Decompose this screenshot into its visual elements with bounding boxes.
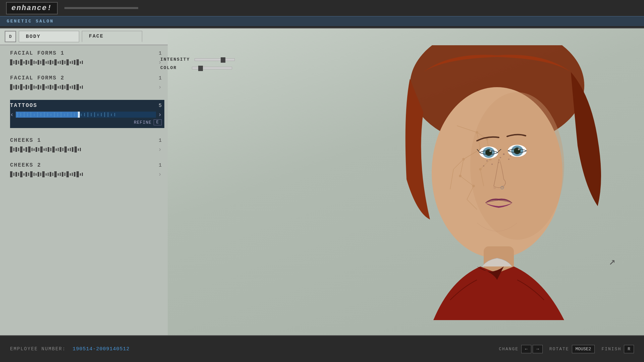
category-cheeks-1: CHEEKS 1 1 (10, 137, 164, 153)
svg-point-16 (476, 131, 478, 133)
svg-point-19 (459, 175, 461, 177)
logo-bar (64, 7, 138, 9)
active-slider[interactable] (16, 112, 156, 118)
category-header: CHEEKS 2 1 (10, 162, 164, 168)
category-number: 1 (159, 163, 162, 168)
tick-bar (10, 59, 156, 65)
logo-text: enhance! (11, 4, 52, 12)
svg-point-42 (493, 186, 496, 189)
next-arrow[interactable]: › (158, 146, 162, 153)
intensity-panel: INTENSITY COLOR (160, 57, 235, 74)
body-tab[interactable]: BODY (19, 31, 79, 42)
top-bar: enhance! GENETIC SALON (0, 0, 644, 28)
color-slider[interactable] (192, 67, 232, 69)
category-facial-forms-2: FACIAL FORMS 2 1 (10, 75, 164, 90)
slider-row: ‹ (10, 111, 164, 118)
color-thumb[interactable] (198, 66, 203, 71)
category-facial-forms-1: FACIAL FORMS 1 1 (10, 50, 164, 66)
svg-point-32 (510, 155, 511, 157)
svg-point-23 (479, 168, 481, 170)
tick-bar (10, 171, 156, 177)
category-header: FACIAL FORMS 2 1 (10, 75, 164, 81)
category-cheeks-2: CHEEKS 2 1 (10, 162, 164, 178)
change-label: CHANGE (499, 347, 519, 352)
category-header: FACIAL FORMS 1 1 (10, 50, 164, 56)
title-row: enhance! (0, 0, 644, 16)
category-name: CHEEKS 2 (10, 162, 41, 168)
category-number: 1 (159, 138, 162, 143)
refine-key: E (154, 119, 162, 125)
category-tattoos: TATTOOS 5 ‹ (10, 100, 164, 128)
category-name: TATTOOS (10, 103, 37, 109)
svg-point-28 (503, 154, 505, 155)
logo-box: enhance! (6, 2, 58, 14)
tick-bar (10, 146, 156, 153)
next-arrow[interactable]: › (158, 84, 162, 90)
refine-button[interactable]: REFINE E (134, 119, 162, 125)
employee-section: EMPLOYEE NUMBER: 190514-2009140512 (10, 346, 129, 352)
cursor-arrow: ↗ (609, 255, 615, 268)
slider-row: › (10, 146, 164, 153)
slider-row: › (10, 171, 164, 178)
intensity-row: INTENSITY (160, 57, 235, 62)
slider-fill (16, 112, 79, 118)
character-face-svg (383, 45, 611, 330)
character-preview: ↗ (168, 28, 644, 335)
slider-row: › (10, 84, 164, 90)
svg-point-29 (508, 159, 509, 160)
finish-label: FINISH (601, 347, 621, 352)
svg-point-21 (486, 138, 488, 140)
change-keys: ← → (521, 345, 543, 353)
category-number: 1 (159, 51, 162, 56)
slider-thumb (78, 112, 80, 118)
employee-label: EMPLOYEE NUMBER: (10, 346, 66, 352)
change-key-right[interactable]: → (533, 345, 543, 353)
rotate-action: ROTATE MOUSE2 (549, 345, 595, 353)
svg-point-30 (491, 164, 493, 165)
refine-row: REFINE E (10, 119, 164, 125)
intensity-label: INTENSITY (160, 57, 190, 62)
change-key-left[interactable]: ← (521, 345, 531, 353)
color-row: COLOR (160, 65, 235, 70)
bottom-bar: EMPLOYEE NUMBER: 190514-2009140512 CHANG… (0, 335, 644, 362)
next-arrow[interactable]: › (158, 111, 162, 118)
finish-action: FINISH R (601, 345, 634, 353)
category-name: CHEEKS 1 (10, 137, 41, 143)
subtitle-text: GENETIC SALON (7, 19, 54, 24)
tick-bar (10, 84, 156, 90)
face-tab[interactable]: FACE (82, 31, 142, 42)
slider-row: › (10, 59, 164, 66)
svg-point-18 (463, 158, 465, 160)
category-number: 1 (159, 75, 162, 81)
left-panel: FACIAL FORMS 1 1 (10, 50, 164, 335)
employee-number: 190514-2009140512 (72, 346, 129, 352)
intensity-thumb[interactable] (221, 57, 225, 63)
svg-point-27 (486, 160, 488, 162)
category-header: CHEEKS 1 1 (10, 137, 164, 143)
intensity-slider[interactable] (195, 58, 235, 61)
category-name: FACIAL FORMS 2 (10, 75, 64, 81)
finish-key[interactable]: R (624, 345, 634, 353)
prev-arrow[interactable]: ‹ (10, 111, 14, 118)
svg-point-33 (483, 165, 484, 167)
svg-point-26 (500, 157, 501, 158)
category-number: 5 (159, 103, 162, 109)
svg-point-20 (473, 185, 475, 187)
subtitle-row: GENETIC SALON (0, 16, 644, 26)
rotate-label: ROTATE (549, 347, 569, 352)
change-action: CHANGE ← → (499, 345, 542, 353)
category-header: TATTOOS 5 (10, 103, 164, 109)
d-key-button[interactable]: D (5, 31, 16, 42)
actions-section: CHANGE ← → ROTATE MOUSE2 FINISH R (499, 345, 634, 353)
rotate-key[interactable]: MOUSE2 (572, 345, 595, 353)
next-arrow[interactable]: › (158, 171, 162, 178)
color-label: COLOR (160, 65, 187, 70)
refine-label: REFINE (134, 120, 152, 125)
category-name: FACIAL FORMS 1 (10, 50, 64, 56)
